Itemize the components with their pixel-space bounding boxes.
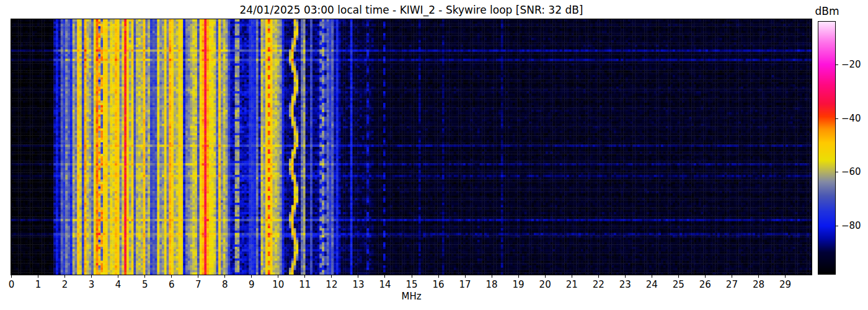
x-tick-label: 7 xyxy=(195,279,202,290)
colorbar-tick-mark xyxy=(836,64,838,65)
x-tick-label: 26 xyxy=(699,279,711,290)
x-tick-mark xyxy=(678,275,679,278)
colorbar-frame xyxy=(818,21,836,275)
waterfall-heatmap xyxy=(11,19,812,275)
x-tick-mark xyxy=(38,275,38,278)
x-tick-mark xyxy=(11,275,12,278)
x-tick-mark xyxy=(64,275,65,278)
colorbar-tick-label: −60 xyxy=(841,166,861,177)
x-tick-mark xyxy=(358,275,358,278)
x-tick-label: 29 xyxy=(779,279,791,290)
x-tick-label: 11 xyxy=(299,279,311,290)
colorbar-tick-label: −80 xyxy=(841,220,861,231)
x-tick-mark xyxy=(171,275,172,278)
x-tick-mark xyxy=(198,275,198,278)
colorbar-gradient xyxy=(818,22,835,274)
x-tick-mark xyxy=(572,275,572,278)
x-tick-mark xyxy=(652,275,652,278)
x-tick-label: 6 xyxy=(169,279,175,290)
x-tick-mark xyxy=(384,275,385,278)
x-tick-label: 4 xyxy=(115,279,122,290)
x-tick-label: 25 xyxy=(673,279,684,290)
x-tick-mark xyxy=(224,275,225,278)
x-tick-mark xyxy=(785,275,786,278)
x-tick-mark xyxy=(91,275,92,278)
x-tick-mark xyxy=(144,275,145,278)
x-tick-label: 21 xyxy=(566,279,578,290)
x-tick-mark xyxy=(518,275,519,278)
x-tick-label: 17 xyxy=(459,279,471,290)
colorbar-tick-label: −20 xyxy=(841,59,861,70)
x-tick-label: 2 xyxy=(62,279,68,290)
x-tick-mark xyxy=(758,275,759,278)
colorbar-tick-mark xyxy=(836,172,838,172)
x-tick-label: 5 xyxy=(142,279,148,290)
x-tick-mark xyxy=(625,275,626,278)
x-tick-label: 16 xyxy=(432,279,444,290)
spectrogram-page: { "header": { "title": "24/01/2025 03:00… xyxy=(0,0,868,310)
x-tick-mark xyxy=(732,275,732,278)
x-tick-mark xyxy=(438,275,439,278)
x-tick-label: 19 xyxy=(513,279,525,290)
x-tick-label: 13 xyxy=(352,279,364,290)
x-tick-mark xyxy=(118,275,118,278)
x-tick-mark xyxy=(705,275,706,278)
x-tick-label: 24 xyxy=(646,279,658,290)
waterfall-plot-frame xyxy=(11,19,812,275)
x-tick-mark xyxy=(598,275,599,278)
x-tick-mark xyxy=(545,275,546,278)
x-tick-label: 20 xyxy=(539,279,551,290)
x-tick-label: 22 xyxy=(593,279,604,290)
x-tick-label: 0 xyxy=(9,279,15,290)
x-tick-label: 23 xyxy=(619,279,631,290)
x-tick-label: 8 xyxy=(222,279,228,290)
x-tick-mark xyxy=(251,275,252,278)
x-tick-mark xyxy=(465,275,466,278)
colorbar-unit-label: dBm xyxy=(810,5,844,17)
x-tick-label: 9 xyxy=(249,279,255,290)
x-tick-label: 15 xyxy=(405,279,417,290)
x-tick-label: 27 xyxy=(726,279,738,290)
colorbar-tick-mark xyxy=(836,118,838,119)
x-tick-label: 14 xyxy=(379,279,391,290)
x-tick-label: 1 xyxy=(35,279,42,290)
x-tick-label: 3 xyxy=(89,279,95,290)
colorbar-tick-mark xyxy=(836,226,838,226)
x-tick-label: 12 xyxy=(326,279,337,290)
colorbar-tick-label: −40 xyxy=(841,112,861,123)
x-axis-label: MHz xyxy=(11,291,812,302)
x-tick-mark xyxy=(278,275,278,278)
x-tick-mark xyxy=(304,275,305,278)
x-tick-mark xyxy=(331,275,332,278)
plot-title: 24/01/2025 03:00 local time - KIWI_2 - S… xyxy=(11,4,812,16)
spectrogram-figure: 24/01/2025 03:00 local time - KIWI_2 - S… xyxy=(0,0,868,310)
x-tick-label: 18 xyxy=(486,279,498,290)
x-tick-label: 10 xyxy=(272,279,284,290)
x-tick-label: 28 xyxy=(753,279,764,290)
x-tick-mark xyxy=(492,275,492,278)
x-tick-mark xyxy=(412,275,412,278)
